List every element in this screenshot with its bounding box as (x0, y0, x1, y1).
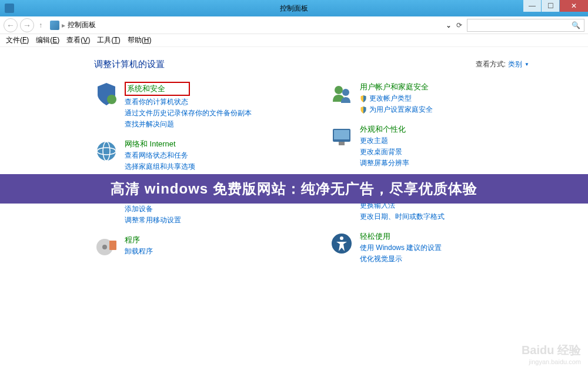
category-link[interactable]: 卸载程序 (125, 246, 153, 256)
refresh-button[interactable]: ⟳ (456, 21, 462, 29)
link-text: 调整屏幕分辨率 (360, 158, 409, 168)
category-title-user-accounts[interactable]: 用户帐户和家庭安全 (360, 82, 433, 92)
view-by-control[interactable]: 查看方式: 类别 ▼ (476, 59, 529, 69)
category-link[interactable]: 调整屏幕分辨率 (360, 158, 409, 168)
svg-rect-13 (334, 130, 349, 139)
breadcrumb-item[interactable]: 控制面板 (68, 20, 96, 30)
link-text: 使用 Windows 建议的设置 (360, 243, 442, 253)
link-text: 调整常用移动设置 (125, 215, 181, 225)
category-body: 程序卸载程序 (125, 235, 153, 259)
page-title: 调整计算机的设置 (94, 59, 165, 70)
back-button[interactable]: ← (4, 18, 18, 32)
user-accounts-icon[interactable] (329, 82, 354, 106)
link-text: 更改主题 (360, 136, 388, 146)
link-text: 选择家庭组和共享选项 (125, 162, 195, 172)
category-title-appearance[interactable]: 外观和个性化 (360, 124, 409, 135)
view-by-value[interactable]: 类别 (508, 59, 522, 69)
category-user-accounts: 用户帐户和家庭安全更改帐户类型为用户设置家庭安全 (329, 82, 529, 115)
category-link[interactable]: 更改主题 (360, 136, 409, 146)
window-controls: — ☐ ✕ (523, 0, 588, 12)
category-link[interactable]: 查看你的计算机状态 (125, 97, 252, 107)
window-title: 控制面板 (280, 4, 308, 14)
category-link[interactable]: 更改帐户类型 (360, 94, 433, 104)
up-button[interactable]: ↑ (36, 21, 45, 29)
watermark: Baidu 经验 jingyan.baidu.com (522, 342, 581, 365)
category-body: 用户帐户和家庭安全更改帐户类型为用户设置家庭安全 (360, 82, 433, 115)
svg-point-11 (342, 89, 349, 96)
category-body: 轻松使用使用 Windows 建议的设置优化视觉显示 (360, 231, 442, 264)
minimize-button[interactable]: — (523, 0, 541, 12)
address-dropdown-icon[interactable]: ⌄ (446, 21, 452, 29)
svg-rect-14 (339, 142, 345, 145)
address-bar[interactable]: ▸ 控制面板 (47, 18, 443, 32)
search-box[interactable]: 🔍 (467, 19, 584, 32)
programs-icon[interactable] (94, 235, 119, 259)
category-system-security: 系统和安全查看你的计算机状态通过文件历史记录保存你的文件备份副本查找并解决问题 (94, 82, 294, 129)
close-button[interactable]: ✕ (560, 0, 588, 12)
menu-item-v[interactable]: 查看(V) (63, 34, 93, 46)
menu-item-h[interactable]: 帮助(H) (124, 34, 155, 46)
appearance-icon[interactable] (329, 124, 354, 149)
network-internet-icon[interactable] (94, 139, 119, 164)
category-link[interactable]: 为用户设置家庭安全 (360, 105, 433, 115)
maximize-button[interactable]: ☐ (542, 0, 559, 12)
category-column-left: 系统和安全查看你的计算机状态通过文件历史记录保存你的文件备份副本查找并解决问题网… (94, 82, 294, 264)
category-title-system-security[interactable]: 系统和安全 (125, 82, 190, 96)
category-link[interactable]: 查看网络状态和任务 (125, 151, 195, 161)
category-body: 外观和个性化更改主题更改桌面背景调整屏幕分辨率 (360, 124, 409, 168)
breadcrumb-separator-icon: ▸ (62, 21, 65, 29)
svg-point-10 (335, 86, 343, 94)
category-link[interactable]: 选择家庭组和共享选项 (125, 162, 195, 172)
forward-button[interactable]: → (20, 18, 34, 32)
control-panel-icon (50, 21, 59, 30)
category-body: 网络和 Internet查看网络状态和任务选择家庭组和共享选项 (125, 139, 195, 172)
link-text: 查看你的计算机状态 (125, 97, 188, 107)
svg-point-0 (107, 95, 116, 104)
svg-point-1 (97, 142, 116, 161)
category-programs: 程序卸载程序 (94, 235, 294, 259)
category-link[interactable]: 查找并解决问题 (125, 119, 252, 129)
menu-item-e[interactable]: 编辑(E) (32, 34, 63, 46)
shield-icon (360, 106, 367, 114)
content-area: 调整计算机的设置 查看方式: 类别 ▼ 系统和安全查看你的计算机状态通过文件历史… (0, 47, 588, 370)
link-text: 更改桌面背景 (360, 147, 402, 157)
overlay-banner: 高清 windows 免费版网站：纯净无广告，尽享优质体验 (0, 174, 588, 204)
link-text: 卸载程序 (125, 246, 153, 256)
category-grid: 系统和安全查看你的计算机状态通过文件历史记录保存你的文件备份副本查找并解决问题网… (94, 82, 588, 264)
category-title-programs[interactable]: 程序 (125, 235, 153, 245)
banner-text: 高清 windows 免费版网站：纯净无广告，尽享优质体验 (111, 179, 477, 198)
watermark-logo: Baidu 经验 (522, 342, 581, 358)
search-input[interactable] (471, 21, 572, 29)
svg-rect-9 (109, 241, 116, 250)
category-link[interactable]: 调整常用移动设置 (125, 215, 181, 225)
category-column-right: 用户帐户和家庭安全更改帐户类型为用户设置家庭安全外观和个性化更改主题更改桌面背景… (329, 82, 529, 264)
watermark-url: jingyan.baidu.com (522, 358, 581, 365)
category-link[interactable]: 添加设备 (125, 204, 181, 214)
ease-of-access-icon[interactable] (329, 231, 354, 256)
svg-point-19 (340, 236, 343, 240)
category-link[interactable]: 更改桌面背景 (360, 147, 409, 157)
menu-item-f[interactable]: 文件(F) (2, 34, 32, 46)
category-link[interactable]: 更改日期、时间或数字格式 (360, 212, 445, 222)
menu-bar: 文件(F)编辑(E)查看(V)工具(T)帮助(H) (0, 34, 588, 47)
window-titlebar: 控制面板 — ☐ ✕ (0, 0, 588, 16)
category-network-internet: 网络和 Internet查看网络状态和任务选择家庭组和共享选项 (94, 139, 294, 172)
link-text: 查找并解决问题 (125, 119, 174, 129)
category-title-network-internet[interactable]: 网络和 Internet (125, 139, 195, 149)
view-by-label: 查看方式: (476, 59, 506, 69)
link-text: 添加设备 (125, 204, 153, 214)
category-link[interactable]: 优化视觉显示 (360, 254, 442, 264)
menu-item-t[interactable]: 工具(T) (93, 34, 123, 46)
content-header: 调整计算机的设置 查看方式: 类别 ▼ (94, 59, 588, 70)
link-text: 为用户设置家庭安全 (369, 105, 433, 115)
system-security-icon[interactable] (94, 82, 119, 106)
svg-point-8 (102, 245, 107, 249)
search-icon[interactable]: 🔍 (572, 21, 580, 29)
shield-icon (360, 95, 367, 103)
category-link[interactable]: 通过文件历史记录保存你的文件备份副本 (125, 108, 252, 118)
category-title-ease-of-access[interactable]: 轻松使用 (360, 231, 442, 242)
link-text: 通过文件历史记录保存你的文件备份副本 (125, 108, 252, 118)
category-link[interactable]: 使用 Windows 建议的设置 (360, 243, 442, 253)
link-text: 查看网络状态和任务 (125, 151, 188, 161)
navigation-bar: ← → ↑ ▸ 控制面板 ⌄ ⟳ 🔍 (0, 16, 588, 34)
